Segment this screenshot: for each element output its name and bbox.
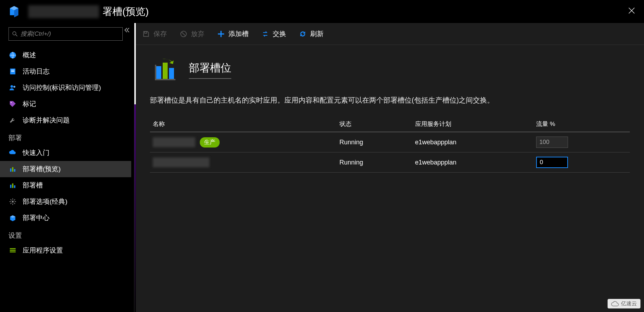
discard-button[interactable]: 放弃 [180,29,204,39]
close-button[interactable] [626,5,637,16]
watermark-text: 亿速云 [621,300,637,307]
col-status: 状态 [337,116,412,132]
svg-rect-26 [145,31,147,33]
globe-icon [8,51,17,59]
svg-point-20 [12,201,14,203]
sidebar-item-diagnose[interactable]: 诊断并解决问题 [0,112,131,128]
content-pane: 保存 放弃 添加槽 交换 刷新 [134,23,644,312]
swap-icon [261,30,269,38]
plan-cell: e1webappplan [412,152,534,173]
sidebar-item-deployment-options[interactable]: 部署选项(经典) [0,193,131,210]
description-text: 部署槽位是具有自己的主机名的实时应用。应用内容和配置元素可以在两个部署槽位(包括… [150,94,630,106]
sidebar-item-deployment-center[interactable]: 部署中心 [0,210,131,226]
svg-rect-32 [163,63,168,80]
sidebar-item-label: 活动日志 [23,67,50,76]
sidebar-item-app-settings[interactable]: 应用程序设置 [0,242,131,259]
section-header-settings: 设置 [0,226,131,242]
status-cell: Running [337,132,412,152]
toolbar-label: 刷新 [310,29,324,39]
chevron-double-left-icon [124,27,130,33]
svg-rect-10 [11,71,14,72]
sidebar-item-label: 诊断并解决问题 [23,116,70,125]
svg-rect-25 [10,252,16,253]
wrench-icon [8,116,17,125]
refresh-button[interactable]: 刷新 [299,29,324,39]
sidebar-item-tags[interactable]: 标记 [0,96,131,112]
page-title-suffix: 署槽(预览) [103,5,149,18]
col-name: 名称 [150,116,337,132]
sidebar-item-deployment-slots-preview[interactable]: 部署槽(预览) [0,161,131,177]
sidebar-item-label: 标记 [23,99,36,109]
svg-point-13 [11,102,12,103]
section-header-deploy: 部署 [0,128,131,145]
close-icon [628,7,635,14]
watermark: 亿速云 [608,299,640,308]
sidebar-item-activity-log[interactable]: 活动日志 [0,63,131,80]
refresh-icon [299,30,307,38]
app-logo [7,5,21,19]
traffic-input[interactable] [536,157,568,168]
slot-name-obscured [153,137,195,147]
swap-button[interactable]: 交换 [261,29,286,39]
box-icon [8,214,17,222]
slot-name-obscured [153,157,209,167]
svg-rect-19 [14,185,16,188]
col-plan: 应用服务计划 [412,116,534,132]
cloud-icon [611,301,619,307]
svg-rect-24 [10,250,16,251]
sidebar-item-label: 部署中心 [23,213,50,223]
search-input[interactable] [21,30,119,37]
slots-table: 名称 状态 应用服务计划 流量 % 生产 Running e1webapppla… [150,116,630,173]
sidebar-item-label: 概述 [23,51,36,60]
sidebar-item-label: 应用程序设置 [23,246,63,255]
table-row[interactable]: Running e1webappplan [150,152,630,173]
list-icon [8,246,17,255]
sidebar-item-overview[interactable]: 概述 [0,47,131,63]
log-icon [8,67,17,76]
gear-icon [8,197,17,206]
collapse-sidebar-button[interactable] [123,26,131,34]
svg-rect-9 [11,70,14,70]
save-icon [142,30,150,38]
add-slot-button[interactable]: 添加槽 [217,29,249,39]
svg-rect-16 [14,169,16,172]
sidebar-item-label: 访问控制(标识和访问管理) [23,83,101,92]
toolbar: 保存 放弃 添加槽 交换 刷新 [136,23,644,45]
sidebar-item-deployment-slots[interactable]: 部署槽 [0,177,131,193]
bars-icon [8,181,17,190]
tag-icon [8,100,17,108]
cloud-icon [8,149,17,157]
people-icon [8,83,17,92]
hero: 部署槽位 [150,56,630,84]
svg-line-6 [16,35,17,36]
production-badge: 生产 [200,137,220,148]
svg-rect-14 [10,168,12,172]
traffic-input [536,137,568,148]
toolbar-label: 放弃 [191,29,204,39]
col-traffic: 流量 % [533,116,630,132]
svg-rect-17 [10,185,12,188]
svg-rect-31 [156,66,161,80]
toolbar-label: 保存 [153,29,167,39]
svg-line-28 [182,32,185,36]
table-row[interactable]: 生产 Running e1webappplan [150,132,630,152]
svg-rect-18 [12,184,13,188]
sidebar-item-label: 部署槽(预览) [23,164,61,174]
sidebar-item-label: 快速入门 [23,148,50,157]
svg-rect-33 [169,68,174,80]
svg-point-11 [11,85,13,88]
svg-point-5 [13,32,16,35]
svg-rect-15 [12,167,13,172]
sidebar-item-label: 部署槽 [23,181,43,190]
save-button[interactable]: 保存 [142,29,167,39]
hero-title: 部署槽位 [189,61,231,79]
sidebar-item-access-control[interactable]: 访问控制(标识和访问管理) [0,80,131,96]
discard-icon [180,30,187,38]
toolbar-label: 添加槽 [228,29,249,39]
header: 署槽(预览) [0,0,644,23]
sidebar-item-quickstart[interactable]: 快速入门 [0,145,131,161]
status-cell: Running [337,152,412,173]
plan-cell: e1webappplan [412,132,534,152]
search-input-container[interactable] [8,27,123,41]
hero-icon [150,56,178,84]
